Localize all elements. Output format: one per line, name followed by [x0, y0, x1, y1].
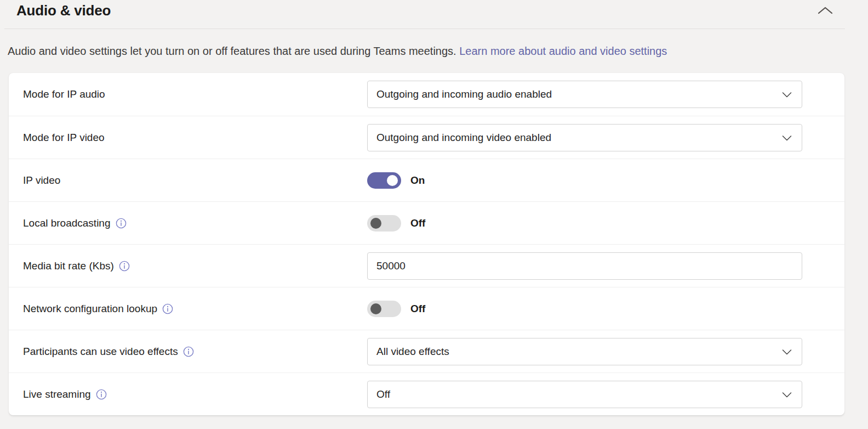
setting-label-cell: Media bit rate (Kbs) — [23, 260, 367, 272]
info-icon[interactable] — [96, 389, 107, 400]
toggle-knob — [370, 218, 381, 229]
chevron-down-icon — [782, 388, 792, 400]
setting-label-cell: IP video — [23, 174, 367, 187]
dropdown-selected-value: Outgoing and incoming audio enabled — [376, 88, 552, 100]
settings-row-live-streaming: Live streamingOff — [9, 372, 844, 415]
chevron-down-icon — [782, 132, 792, 144]
mode-for-ip-video-dropdown[interactable]: Outgoing and incoming video enabled — [367, 124, 802, 151]
media-bit-rate-input[interactable] — [367, 252, 802, 280]
setting-label: Participants can use video effects — [23, 346, 178, 358]
section-description: Audio and video settings let you turn on… — [8, 45, 667, 58]
participants-can-use-video-effects-dropdown[interactable]: All video effects — [367, 338, 802, 365]
dropdown-selected-value: All video effects — [376, 346, 449, 358]
toggle-status-label: On — [410, 174, 425, 187]
setting-label-cell: Local broadcasting — [23, 217, 367, 229]
setting-control-cell: Off — [367, 381, 830, 408]
chevron-down-icon — [782, 346, 792, 358]
setting-label: Local broadcasting — [23, 217, 111, 229]
setting-label-cell: Mode for IP audio — [23, 88, 367, 100]
setting-control-cell: Off — [367, 301, 830, 317]
live-streaming-dropdown[interactable]: Off — [367, 381, 802, 408]
page-title: Audio & video — [16, 2, 111, 19]
settings-row-ip-video: IP videoOn — [9, 159, 844, 201]
toggle-knob — [370, 303, 381, 314]
setting-control-cell: On — [367, 172, 830, 189]
settings-row-mode-for-ip-audio: Mode for IP audioOutgoing and incoming a… — [9, 73, 844, 116]
toggle-status-label: Off — [410, 217, 425, 229]
chevron-up-icon — [818, 8, 833, 16]
setting-label-cell: Participants can use video effects — [23, 346, 367, 358]
setting-label: Network configuration lookup — [23, 303, 157, 315]
header-divider — [4, 29, 845, 29]
dropdown-selected-value: Off — [376, 388, 390, 400]
setting-label-cell: Live streaming — [23, 388, 367, 400]
ip-video-toggle[interactable] — [367, 172, 401, 189]
collapse-section-button[interactable] — [816, 5, 834, 17]
audio-video-settings-page: Audio & video Audio and video settings l… — [0, 0, 868, 429]
settings-card: Mode for IP audioOutgoing and incoming a… — [9, 73, 844, 415]
setting-control-cell: Outgoing and incoming video enabled — [367, 124, 830, 151]
settings-row-participants-can-use-video-effects: Participants can use video effectsAll vi… — [9, 330, 844, 372]
info-icon[interactable] — [162, 303, 173, 314]
setting-label: Media bit rate (Kbs) — [23, 260, 114, 272]
settings-row-media-bit-rate: Media bit rate (Kbs) — [9, 244, 844, 287]
network-configuration-lookup-toggle[interactable] — [367, 301, 401, 317]
chevron-down-icon — [782, 88, 792, 100]
setting-label-cell: Network configuration lookup — [23, 303, 367, 315]
dropdown-selected-value: Outgoing and incoming video enabled — [376, 132, 551, 144]
learn-more-link[interactable]: Learn more about audio and video setting… — [459, 45, 667, 57]
setting-label: IP video — [23, 174, 60, 187]
setting-label: Mode for IP audio — [23, 88, 105, 100]
setting-control-cell: All video effects — [367, 338, 830, 365]
local-broadcasting-toggle[interactable] — [367, 215, 401, 232]
settings-row-mode-for-ip-video: Mode for IP videoOutgoing and incoming v… — [9, 116, 844, 159]
setting-control-cell: Outgoing and incoming audio enabled — [367, 81, 830, 108]
mode-for-ip-audio-dropdown[interactable]: Outgoing and incoming audio enabled — [367, 81, 802, 108]
info-icon[interactable] — [116, 218, 127, 229]
toggle-status-label: Off — [410, 303, 425, 315]
toggle-knob — [387, 175, 398, 186]
settings-row-network-configuration-lookup: Network configuration lookupOff — [9, 287, 844, 330]
setting-label-cell: Mode for IP video — [23, 132, 367, 144]
setting-control-cell — [367, 252, 830, 280]
info-icon[interactable] — [183, 346, 194, 357]
info-icon[interactable] — [119, 261, 130, 272]
setting-label: Live streaming — [23, 388, 91, 400]
setting-control-cell: Off — [367, 215, 830, 232]
setting-label: Mode for IP video — [23, 132, 105, 144]
settings-row-local-broadcasting: Local broadcastingOff — [9, 201, 844, 244]
description-text: Audio and video settings let you turn on… — [8, 45, 459, 57]
